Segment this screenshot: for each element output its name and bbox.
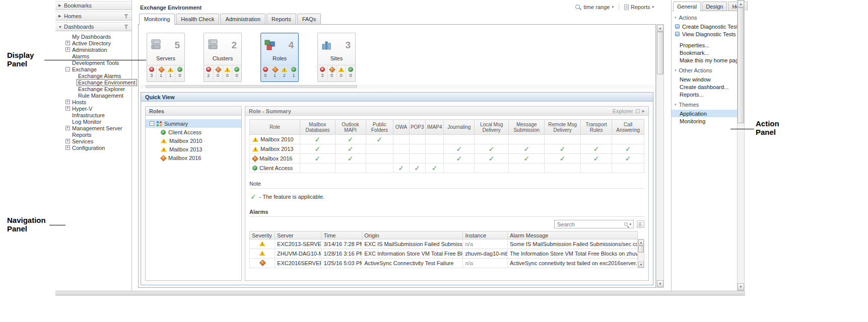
expand-toggle-icon[interactable]: + [65, 100, 70, 104]
critical-count[interactable]: 1 [271, 65, 280, 82]
section-collapse-icon[interactable]: ▶ [58, 4, 64, 8]
other-action-item[interactable]: Reports... [672, 91, 737, 98]
section-collapse-icon[interactable]: ▾ [675, 16, 677, 20]
tiles-horizontal-scrollbar[interactable] [140, 85, 654, 89]
nav-tree-item[interactable]: + Services [55, 138, 131, 144]
theme-item[interactable]: Monitoring [672, 117, 737, 125]
expand-toggle-icon[interactable]: + [65, 126, 70, 130]
expand-toggle-icon[interactable]: - [150, 121, 154, 126]
scrollbar-thumb[interactable] [657, 32, 663, 74]
main-scrollbar[interactable]: ▲ ▼ [656, 24, 664, 288]
scrollbar-track[interactable] [657, 32, 663, 280]
nav-tree-item[interactable]: + Configuration [55, 144, 131, 151]
scroll-down-button[interactable]: ▼ [738, 283, 744, 290]
scroll-down-button[interactable]: ▼ [657, 280, 663, 287]
nav-tree-item[interactable]: My Dashboards [55, 33, 131, 40]
reports-menu[interactable]: Reports [631, 4, 650, 10]
scroll-up-button[interactable]: ▲ [738, 1, 744, 8]
other-action-item[interactable]: Create dashboard... [672, 83, 737, 91]
scrollbar-track[interactable] [638, 246, 644, 262]
fatal-count[interactable]: 2 [204, 65, 214, 82]
other-action-item[interactable]: New window [672, 75, 737, 83]
expand-toggle-icon[interactable]: + [65, 47, 70, 52]
warning-count[interactable]: 0 [223, 65, 233, 82]
roles-tree-item[interactable]: Mailbox 2013 [146, 145, 241, 153]
fatal-count[interactable]: 3 [318, 65, 327, 82]
normal-count[interactable]: 0 [175, 65, 184, 82]
nav-tree-item[interactable]: + Management Server [55, 125, 131, 131]
main-tab[interactable]: Health Check [176, 14, 219, 24]
scroll-up-button[interactable]: ▲ [657, 25, 663, 32]
warning-count[interactable]: 2 [280, 65, 290, 82]
search-input[interactable] [557, 221, 624, 227]
expand-toggle-icon[interactable]: + [65, 41, 70, 45]
filter-icon[interactable] [124, 14, 128, 19]
nav-tree-item[interactable]: - Exchange [55, 66, 131, 72]
expand-toggle-icon[interactable] [65, 34, 70, 39]
expand-toggle-icon[interactable] [65, 60, 70, 65]
nav-tree-item[interactable]: Alarms [55, 53, 131, 59]
expand-toggle-icon[interactable] [72, 87, 76, 91]
scrollbar-thumb[interactable] [638, 246, 644, 253]
tile-servers[interactable]: 5 Servers 3 1 1 0 [147, 33, 185, 82]
section-collapse-icon[interactable]: ▼ [58, 25, 64, 29]
main-tab[interactable]: Administration [220, 14, 265, 24]
nav-tree-item[interactable]: Rule Management [55, 92, 131, 99]
search-dropdown-arrow[interactable]: ▾ [629, 222, 631, 226]
expand-toggle-icon[interactable]: + [65, 145, 70, 150]
search-box[interactable]: ▾ [554, 220, 634, 228]
search-icon[interactable] [624, 222, 628, 226]
section-collapse-icon[interactable]: ▾ [675, 103, 677, 107]
warning-count[interactable]: 1 [166, 65, 176, 82]
main-tab[interactable]: Reports [266, 14, 296, 24]
tile-clusters[interactable]: 2 Clusters 2 0 0 0 [204, 33, 242, 82]
action-item[interactable]: View Diagnostic Tests [672, 30, 737, 38]
nav-tree-item[interactable]: Log Monitor [55, 118, 131, 125]
scroll-down-button[interactable]: ▼ [638, 262, 644, 268]
alarm-message[interactable]: The Information Store VM Total Free Bloc… [508, 249, 638, 259]
expand-toggle-icon[interactable] [65, 132, 70, 137]
section-collapse-icon[interactable]: ▶ [58, 14, 64, 18]
warning-count[interactable]: 0 [337, 65, 347, 82]
fatal-count[interactable]: 3 [147, 65, 157, 82]
section-collapse-icon[interactable]: ▾ [675, 68, 677, 72]
actions-section-header[interactable]: ▾ Actions [672, 11, 737, 23]
action-panel-tab[interactable]: General [673, 2, 701, 11]
expand-toggle-icon[interactable] [65, 113, 70, 117]
filter-icon[interactable] [124, 25, 128, 29]
action-item[interactable]: Make this my home page [672, 56, 737, 64]
roles-tree-item[interactable]: - Summary [146, 119, 241, 128]
explorer-link[interactable]: Explorer ▶ [613, 108, 645, 114]
expand-toggle-icon[interactable] [65, 119, 70, 124]
alarms-scrollbar[interactable]: ▲ ▼ [638, 239, 644, 268]
action-panel-tab[interactable]: Design [702, 2, 727, 11]
tile-sites[interactable]: 3 Sites 3 0 0 0 [317, 33, 356, 82]
action-panel-scrollbar[interactable]: ▲ ▼ [737, 0, 745, 291]
nav-tree-item[interactable]: Exchange Alarms [55, 72, 131, 79]
scroll-up-button[interactable]: ▲ [638, 239, 644, 246]
themes-section-header[interactable]: ▾ Themes [672, 98, 737, 110]
nav-tree-item[interactable]: Exchange Environment [55, 79, 131, 86]
alarm-message[interactable]: ActiveSync connetivity test failed on ex… [508, 259, 638, 268]
reports-dropdown-arrow[interactable]: ▾ [652, 5, 654, 9]
expand-toggle-icon[interactable] [72, 80, 76, 85]
main-tab[interactable]: Monitoring [139, 14, 175, 25]
expand-toggle-icon[interactable]: - [65, 67, 70, 71]
nav-tree-item[interactable]: + Active Directory [55, 40, 131, 46]
nav-tree-item[interactable]: Reports [55, 131, 131, 138]
nav-section-header[interactable]: ▶ Bookmarks [55, 1, 131, 10]
time-range-selector[interactable]: time range [583, 4, 610, 10]
expand-toggle-icon[interactable]: + [65, 106, 70, 111]
roles-tree-item[interactable]: Client Access [146, 128, 241, 136]
nav-tree-item[interactable]: Infrastructure [55, 112, 131, 118]
expand-toggle-icon[interactable] [72, 73, 76, 78]
normal-count[interactable]: 0 [346, 65, 355, 82]
time-range-dropdown-arrow[interactable]: ▾ [612, 5, 614, 9]
nav-section-header[interactable]: ▶ Homes [55, 12, 131, 21]
critical-count[interactable]: 0 [327, 65, 337, 82]
critical-count[interactable]: 0 [214, 65, 223, 82]
scrollbar-track[interactable] [738, 8, 744, 283]
normal-count[interactable]: 1 [289, 65, 298, 82]
expand-toggle-icon[interactable] [65, 54, 70, 58]
alarm-message[interactable]: Some IS MailSubmission Failed Submission… [508, 239, 638, 249]
